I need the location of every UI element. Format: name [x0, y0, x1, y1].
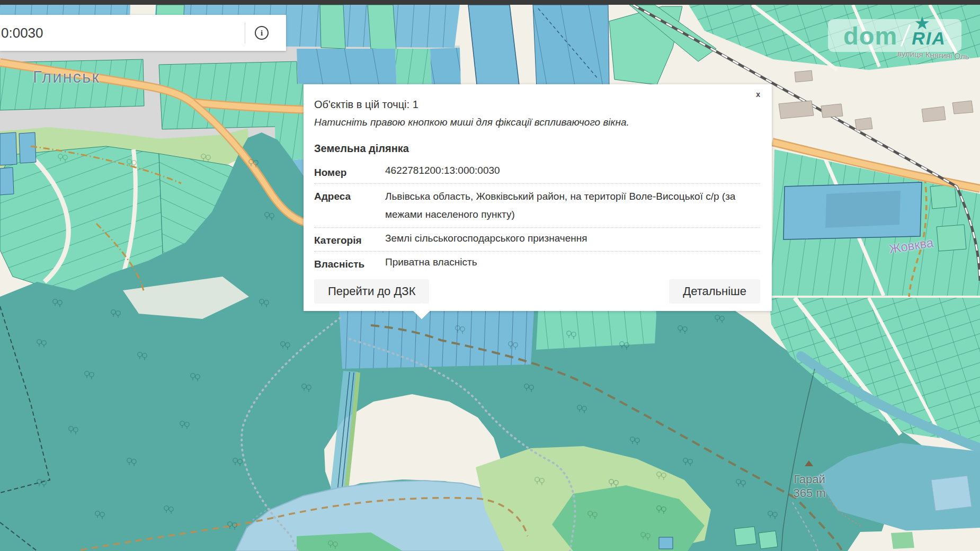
app-screen: Глинськ Жовква Гарай 365 m вулиця Княгин… — [0, 0, 980, 551]
peak-elevation: 365 m — [793, 486, 825, 500]
brand-dom: dom — [843, 23, 897, 48]
row-label: Номер — [314, 164, 385, 180]
row-value: Приватна власність — [385, 255, 760, 271]
top-window-bar — [0, 0, 980, 5]
row-label: Категорія — [314, 232, 385, 247]
popup-title: Об'єктів в цій точці: 1 — [314, 98, 760, 111]
table-row: Категорія Землі сільськогосподарського п… — [314, 228, 760, 252]
map-label-peak: Гарай 365 m — [778, 473, 841, 500]
star-icon: ★ — [915, 15, 930, 31]
row-value: Землі сільськогосподарського призначення — [385, 232, 760, 247]
goto-dzk-button[interactable]: Перейти до ДЗК — [314, 279, 429, 304]
row-label: Адреса — [314, 188, 385, 224]
table-row: Номер 4622781200:13:000:0030 — [314, 160, 760, 184]
search-input[interactable]: 0:0030 — [1, 25, 43, 41]
map-label-hlynsk: Глинськ — [33, 68, 100, 87]
row-label: Власність — [314, 255, 385, 271]
peak-name: Гарай — [794, 473, 825, 486]
details-button[interactable]: Детальніше — [669, 279, 760, 304]
brand-slash — [901, 24, 911, 47]
close-icon[interactable]: x — [753, 88, 763, 100]
row-value: Львівська область, Жовківський район, на… — [385, 188, 760, 224]
table-row: Власність Приватна власність — [314, 252, 760, 275]
popup-hint: Натисніть правою кнопкою миші для фіксац… — [314, 116, 760, 129]
row-value: 4622781200:13:000:0030 — [385, 164, 760, 180]
search-divider — [245, 22, 245, 43]
brand-ria: ★RIA — [912, 24, 946, 47]
popup-buttons: Перейти до ДЗК Детальніше — [314, 279, 760, 304]
brand-watermark: dom ★RIA — [828, 19, 961, 52]
table-row: Адреса Львівська область, Жовківський ра… — [314, 184, 760, 228]
info-popup: x Об'єктів в цій точці: 1 Натисніть прав… — [304, 84, 772, 311]
parcel-table: Номер 4622781200:13:000:0030 Адреса Льві… — [314, 160, 760, 275]
popup-section-title: Земельна ділянка — [314, 143, 760, 155]
peak-marker-icon — [805, 460, 813, 466]
info-icon[interactable]: i — [255, 26, 269, 40]
search-bar: 0:0030 i — [0, 15, 286, 51]
